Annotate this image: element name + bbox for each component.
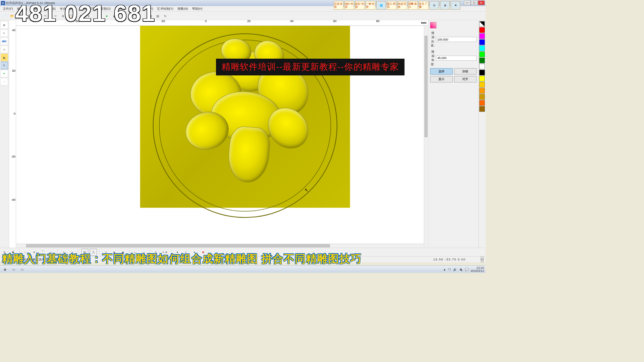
mode-cascade-button[interactable]: 层叠 窗口 [408,1,418,10]
new-file-icon[interactable]: 📄 [1,12,8,19]
swatch[interactable] [479,40,485,45]
grid-a-icon[interactable]: ▦ [147,12,154,19]
menu-art[interactable]: 艺术绘制(Y) [155,6,175,11]
paste-icon[interactable]: 📋 [67,12,74,19]
swatch[interactable] [479,21,485,27]
bt-spark3-icon[interactable]: ✶ [191,249,198,256]
bt-diamond2-icon[interactable]: ◈ [111,249,118,256]
current-color-swatch[interactable] [430,22,436,28]
scrollbar-horizontal[interactable] [16,244,424,248]
bt-diamond1-icon[interactable]: ◇ [102,249,109,256]
tool-shape-icon[interactable]: ◣ [1,54,8,61]
quality-verygood-button[interactable]: 很好 画质 [344,1,354,10]
close-button[interactable]: ✕ [478,1,485,5]
swatch[interactable] [479,106,485,112]
menu-file[interactable]: 文件(F) [1,6,15,11]
minimize-button[interactable]: — [464,1,471,5]
bt-boxed-a-icon[interactable]: ▥ [81,249,88,256]
dropdown-icon[interactable]: ▾ [85,12,92,19]
task-item[interactable]: ▭ [10,266,17,273]
bt-pen-icon[interactable]: ✎ [1,249,8,256]
menu-surface[interactable]: 曲面(B) [44,6,58,11]
menu-options[interactable]: 选项(P) [141,6,155,11]
tool-move-icon[interactable]: ✥ [1,21,8,29]
menu-draw[interactable]: 绘制(D) [29,6,44,11]
bt-cross-icon[interactable]: ✕ [31,249,38,256]
unit-toggle-button[interactable]: U [481,257,484,262]
bt-arc-icon[interactable]: ⌒ [39,249,46,256]
micro-distance-input[interactable] [436,37,477,42]
mode-window-button[interactable]: 窗口 模式 [387,1,397,10]
nodes-icon[interactable]: ⁘ [118,12,125,19]
canvas[interactable]: 精雕软件培训--最新更新教程--你的精雕专家 ↖ [16,26,428,248]
bt-axis1-icon[interactable]: ⌙ [132,249,139,256]
bt-curve-icon[interactable]: ∿ [69,249,76,256]
bt-corner-icon[interactable]: ⌐ [22,249,29,256]
swatch[interactable] [479,46,485,51]
display-button[interactable]: 显示 [430,76,453,82]
swatch[interactable] [479,52,485,57]
cut-icon[interactable]: ✂ [52,12,59,19]
monitor-icon[interactable]: 🖥 [440,1,450,10]
quality-normal-button[interactable]: 一般 画质 [366,1,375,10]
undo-icon[interactable]: ↶ [34,12,41,19]
tool-text-icon[interactable]: abc [1,38,8,45]
swatch[interactable] [479,27,485,33]
swatch[interactable] [479,58,485,63]
mode-voice-button[interactable]: 语音 广播 [419,1,429,10]
align-button[interactable]: 对齐 [454,76,477,82]
lock-button[interactable]: 加锁 [454,68,477,75]
light-icon[interactable]: 💡 [96,12,103,19]
menu-effect[interactable]: 效果(E) [127,6,141,11]
menu-sculpt[interactable]: 虚拟雕塑(U) [78,6,98,11]
menu-pro[interactable]: 专业功能(Z) [58,6,78,11]
toggle-icon[interactable]: ◉ [111,12,118,19]
menu-measure[interactable]: 测量(M) [175,6,190,11]
flag-icon[interactable]: ⚑ [451,1,461,10]
bt-perp-icon[interactable]: ⊥ [60,249,67,256]
swatch[interactable] [479,76,485,81]
bt-node-icon[interactable]: ✱ [10,249,17,256]
fill-icon[interactable]: ◐ [77,12,85,19]
scrollbar-vertical[interactable] [424,26,428,248]
menu-color[interactable]: 颜色(V) [113,6,127,11]
bt-axis2-icon[interactable]: ⌐ [140,249,147,256]
grid-b-icon[interactable]: ▤ [154,12,161,19]
tray-clock[interactable]: 22:00 2016/3/12 [471,266,484,272]
bt-circle-icon[interactable]: ○ [48,249,55,256]
green-dot-icon[interactable]: ● [103,12,110,19]
open-file-icon[interactable]: 📂 [9,12,16,19]
tool-arrow-icon[interactable]: ↖ [1,29,8,37]
bt-pointer-icon[interactable]: ↖ [153,249,160,256]
swatch[interactable] [479,64,485,69]
maximize-button[interactable]: ▢ [471,1,478,5]
bt-spark1-icon[interactable]: ✦ [174,249,181,256]
swatch[interactable] [479,70,485,75]
quality-good-button[interactable]: 较好 画质 [355,1,365,10]
tray-icon[interactable]: 🛡 [448,267,451,271]
mode-fast-button[interactable]: 快速 高效 [397,1,407,10]
menu-help[interactable]: 帮助(H) [190,6,205,11]
swatch[interactable] [479,94,485,100]
bt-boxed-b-icon[interactable]: 人 [90,249,97,256]
swatch[interactable] [479,34,485,39]
menu-deform[interactable]: 变形(O) [98,6,113,11]
quality-perfect-button[interactable]: 完美 画质 [334,1,343,10]
tool-pencil-icon[interactable]: ✎ [1,62,8,69]
select-button[interactable]: 选择 [430,68,453,75]
globe-icon[interactable]: 🌐 [376,1,386,10]
select-rect-icon[interactable]: ▭ [26,12,34,19]
next-icon[interactable]: ▷ [136,12,143,19]
refresh-icon[interactable]: ↻ [162,12,169,19]
copy-icon[interactable]: ⧉ [60,12,67,19]
tray-icon[interactable]: 🔊 [453,267,457,271]
tray-icon[interactable]: 💬 [465,267,469,271]
task-item[interactable]: ▭ [19,266,26,273]
tray-icon[interactable]: ▲ [443,267,446,271]
start-button[interactable]: ◉ [2,266,9,273]
save-icon[interactable]: 💾 [16,12,23,19]
tool-rect-icon[interactable]: ▭ [1,46,8,53]
swatch[interactable] [479,100,485,106]
bt-diamond3-icon[interactable]: ◆ [119,249,126,256]
tool-stitch-icon[interactable]: ⋰ [1,78,8,85]
